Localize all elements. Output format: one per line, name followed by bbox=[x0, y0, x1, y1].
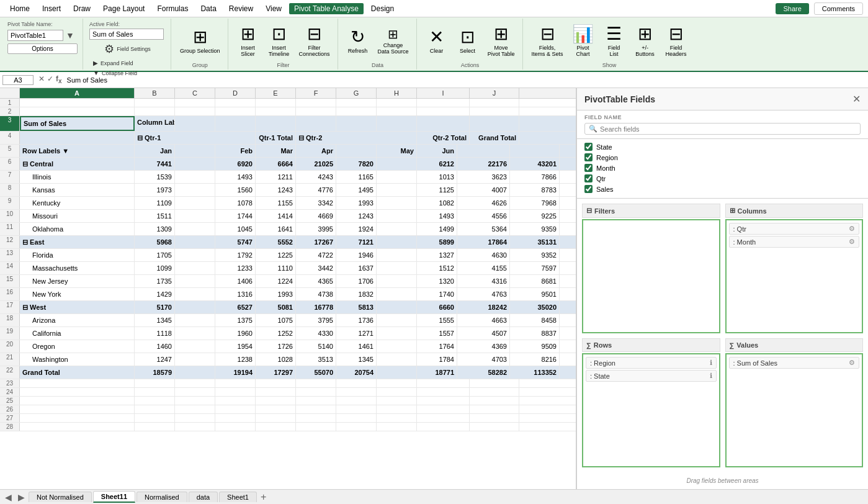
field-settings-btn[interactable]: ⚙ Field Settings bbox=[89, 41, 166, 57]
pivot-table-name-section: Pivot Table Name: ▼ Options bbox=[2, 19, 83, 70]
menu-home[interactable]: Home bbox=[5, 3, 35, 14]
col-header-C[interactable]: C bbox=[175, 88, 215, 98]
sheet-tab-data[interactable]: data bbox=[189, 492, 218, 502]
pivot-chart-label: PivotChart bbox=[576, 45, 590, 57]
field-qtr-label: Qtr bbox=[596, 175, 606, 182]
insert-function-icon[interactable]: fx bbox=[56, 74, 62, 84]
table-row: 23 bbox=[0, 379, 576, 388]
menu-formulas[interactable]: Formulas bbox=[152, 3, 193, 14]
menu-page-layout[interactable]: Page Layout bbox=[98, 3, 150, 14]
column-month-settings-icon[interactable]: ⚙ bbox=[849, 238, 855, 246]
row-region-info-icon[interactable]: ℹ bbox=[710, 359, 712, 367]
row-state-info-icon[interactable]: ℹ bbox=[710, 372, 712, 380]
pivot-zone-rows-content[interactable]: : Region ℹ : State ℹ bbox=[582, 353, 720, 467]
field-qtr-checkbox[interactable] bbox=[584, 174, 593, 182]
column-qtr-settings-icon[interactable]: ⚙ bbox=[849, 225, 855, 233]
field-list-btn[interactable]: ☰ FieldList bbox=[599, 21, 629, 60]
pivot-zone-values-content[interactable]: : Sum of Sales ⚙ bbox=[725, 353, 864, 467]
insert-slicer-btn[interactable]: ⊞ InsertSlicer bbox=[233, 21, 263, 60]
row-region-label: : Region bbox=[590, 359, 615, 367]
menu-insert[interactable]: Insert bbox=[37, 3, 66, 14]
menu-review[interactable]: Review bbox=[224, 3, 258, 14]
list-item[interactable]: : Qtr ⚙ bbox=[729, 223, 860, 235]
list-item[interactable]: : State ℹ bbox=[586, 370, 717, 382]
sheet-tabs: ◀ ▶ Not Normalised Sheet11 Normalised da… bbox=[0, 489, 868, 504]
share-button[interactable]: Share bbox=[776, 3, 808, 14]
pivot-table-name-input[interactable] bbox=[7, 30, 63, 41]
field-item-region: Region bbox=[584, 152, 861, 163]
pivot-zone-filters-content[interactable] bbox=[582, 219, 720, 333]
plus-minus-btns-btn[interactable]: ⊞ +/-Buttons bbox=[630, 21, 660, 60]
menu-draw[interactable]: Draw bbox=[68, 3, 96, 14]
confirm-formula-icon[interactable]: ✓ bbox=[47, 74, 53, 84]
sheet-tab-normalised[interactable]: Normalised bbox=[136, 492, 187, 502]
table-row: 10 Missouri 1511 1744 1414 4669 1243 149… bbox=[0, 210, 576, 223]
field-month-checkbox[interactable] bbox=[584, 164, 593, 172]
menu-data[interactable]: Data bbox=[195, 3, 221, 14]
list-item[interactable]: : Region ℹ bbox=[586, 357, 717, 369]
change-data-source-btn[interactable]: ⊞ ChangeData Source bbox=[374, 24, 413, 57]
pivot-panel-close-button[interactable]: ✕ bbox=[852, 93, 861, 105]
comments-button[interactable]: Comments bbox=[814, 2, 863, 15]
cell-reference-box[interactable] bbox=[2, 75, 34, 85]
field-sales-checkbox[interactable] bbox=[584, 185, 593, 193]
col-header-E[interactable]: E bbox=[256, 88, 296, 98]
select-btn[interactable]: ⊡ Select bbox=[453, 24, 483, 56]
active-field-input[interactable] bbox=[89, 29, 164, 40]
sheet-add-button[interactable]: + bbox=[258, 492, 269, 503]
col-header-B[interactable]: B bbox=[135, 88, 175, 98]
col-header-G[interactable]: G bbox=[336, 88, 377, 98]
menu-view[interactable]: View bbox=[261, 3, 287, 14]
col-header-J[interactable]: J bbox=[470, 88, 519, 98]
sheet-nav-prev[interactable]: ◀ bbox=[2, 492, 14, 502]
pivot-chart-btn[interactable]: 📊 PivotChart bbox=[568, 21, 598, 60]
field-headers-btn[interactable]: ⊟ FieldHeaders bbox=[661, 21, 691, 60]
list-item[interactable]: : Sum of Sales ⚙ bbox=[729, 357, 860, 369]
ribbon: Pivot Table Name: ▼ Options Active Field… bbox=[0, 17, 868, 72]
col-header-H[interactable]: H bbox=[377, 88, 417, 98]
table-row: 11 Oklahoma 1309 1045 1641 3995 1924 149… bbox=[0, 223, 576, 236]
fields-items-sets-btn[interactable]: ⊟ Fields,Items & Sets bbox=[528, 21, 567, 60]
columns-label: Columns bbox=[738, 207, 767, 215]
filter-connections-btn[interactable]: ⊟ FilterConnections bbox=[295, 21, 334, 60]
clear-btn[interactable]: ✕ Clear bbox=[422, 24, 452, 56]
column-month-label: : Month bbox=[733, 238, 756, 246]
spreadsheet-body: 1 2 bbox=[0, 99, 576, 431]
value-sum-of-sales-settings-icon[interactable]: ⚙ bbox=[849, 359, 855, 367]
col-headers: A B C D E F G H I J bbox=[0, 88, 576, 99]
cancel-formula-icon[interactable]: ✕ bbox=[38, 74, 45, 84]
field-search-box[interactable]: 🔍 bbox=[584, 123, 861, 135]
formula-content: Sum of Sales bbox=[67, 76, 866, 84]
col-header-F[interactable]: F bbox=[296, 88, 336, 98]
field-state-checkbox[interactable] bbox=[584, 143, 593, 151]
sum-of-sales-cell[interactable]: Sum of Sales bbox=[20, 116, 135, 131]
pivot-zone-rows-header: ∑ Rows bbox=[582, 338, 720, 352]
options-button[interactable]: Options bbox=[7, 43, 78, 54]
refresh-btn[interactable]: ↻ Refresh bbox=[343, 24, 373, 56]
field-item-state: State bbox=[584, 142, 861, 152]
group-selection-btn[interactable]: ⊞ Group Selection bbox=[176, 24, 224, 56]
field-search-input[interactable] bbox=[600, 125, 856, 133]
list-item[interactable]: : Month ⚙ bbox=[729, 236, 860, 248]
col-header-D[interactable]: D bbox=[215, 88, 256, 98]
field-name-label: FIELD NAME bbox=[584, 114, 861, 120]
clear-label: Clear bbox=[430, 48, 444, 54]
col-header-A[interactable]: A bbox=[20, 88, 135, 98]
move-pivot-btn[interactable]: ⊞ MovePivot Table bbox=[484, 21, 519, 60]
expand-field-btn[interactable]: ▶ Expand Field bbox=[91, 58, 166, 68]
filters-label: Filters bbox=[594, 207, 615, 215]
field-region-checkbox[interactable] bbox=[584, 153, 593, 161]
sheet-tab-sheet11[interactable]: Sheet11 bbox=[93, 491, 135, 503]
pivot-zone-columns-content[interactable]: : Qtr ⚙ : Month ⚙ bbox=[725, 219, 864, 333]
sheet-nav-next[interactable]: ▶ bbox=[16, 492, 27, 502]
change-data-source-label: ChangeData Source bbox=[378, 42, 409, 55]
table-row: 6 ⊟ Central 7441 6920 6664 21025 7820 62… bbox=[0, 158, 576, 171]
col-header-I[interactable]: I bbox=[417, 88, 470, 98]
menu-design[interactable]: Design bbox=[366, 3, 399, 14]
insert-timeline-btn[interactable]: ⊡ InsertTimeline bbox=[264, 21, 294, 60]
pivot-panel-title: PivotTable Fields bbox=[584, 94, 655, 104]
sheet-tab-sheet1[interactable]: Sheet1 bbox=[219, 492, 257, 502]
sheet-tab-not-normalised[interactable]: Not Normalised bbox=[29, 492, 92, 502]
pivot-name-dropdown-icon[interactable]: ▼ bbox=[66, 30, 74, 40]
menu-pivot-table-analyse[interactable]: Pivot Table Analyse bbox=[289, 3, 364, 14]
